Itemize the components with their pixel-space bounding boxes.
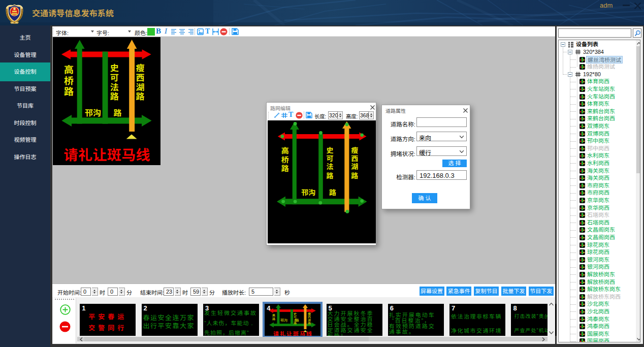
svg-text:法: 法 [327, 161, 334, 171]
svg-text:请礼让斑马线: 请礼让斑马线 [64, 144, 150, 164]
svg-text:邗沟: 邗沟 [301, 187, 315, 197]
svg-text:路: 路 [110, 89, 119, 102]
svg-text:路: 路 [64, 84, 74, 98]
svg-text:路: 路 [114, 106, 122, 118]
svg-text:路: 路 [327, 170, 334, 180]
svg-text:路: 路 [329, 187, 336, 197]
svg-text:路: 路 [136, 89, 145, 102]
svg-text:邗沟: 邗沟 [85, 106, 101, 118]
svg-text:路: 路 [281, 163, 289, 173]
svg-text:路: 路 [351, 170, 358, 180]
svg-text:湖: 湖 [351, 161, 358, 171]
